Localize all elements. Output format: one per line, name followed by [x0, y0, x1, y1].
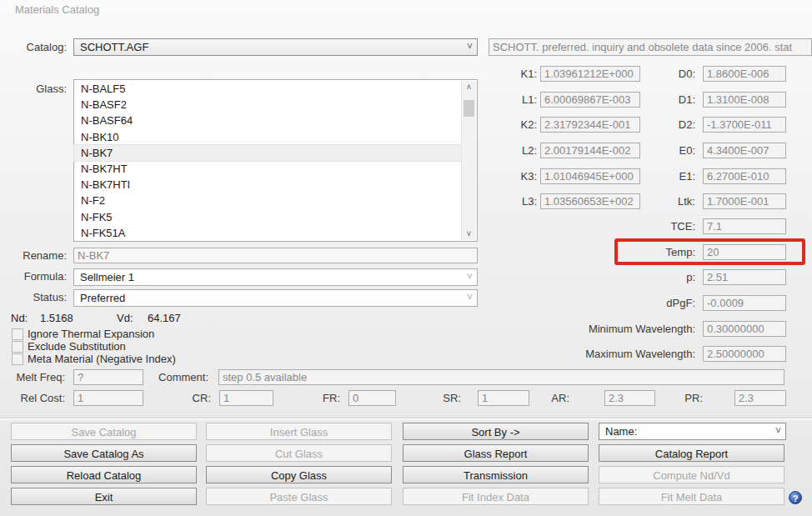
ignore-thermal-expansion-label: Ignore Thermal Expansion: [28, 328, 154, 340]
catalog-description-field[interactable]: SCHOTT. preferred. inquiry and obsolete …: [489, 38, 812, 56]
list-item-selected[interactable]: N-BK7: [74, 145, 462, 161]
list-item[interactable]: N-FK5: [74, 209, 462, 225]
list-item[interactable]: N-FK51A: [74, 225, 462, 241]
meta-material-checkbox[interactable]: [12, 353, 23, 365]
status-select[interactable]: Preferred ˅: [73, 289, 478, 307]
temp-label: Temp:: [617, 246, 695, 258]
list-item[interactable]: N-BASF64: [74, 113, 462, 128]
list-item[interactable]: N-BALF5: [74, 81, 462, 97]
d0-field[interactable]: 1.8600E-006: [703, 66, 786, 82]
exit-button[interactable]: Exit: [11, 488, 197, 505]
sort-by-select[interactable]: Name: ˅: [599, 423, 786, 440]
exclude-substitution-checkbox[interactable]: [12, 341, 23, 353]
save-catalog-as-button[interactable]: Save Catalog As: [11, 444, 197, 462]
help-icon[interactable]: ?: [789, 491, 802, 504]
meta-material-label: Meta Material (Negative Index): [28, 353, 176, 365]
d1-field[interactable]: 1.3100E-008: [703, 92, 786, 108]
list-item[interactable]: N-BK10: [74, 129, 462, 145]
fit-melt-data-button[interactable]: Fit Melt Data: [599, 488, 784, 505]
chevron-down-icon: ˅: [467, 269, 473, 285]
sr-label: SR:: [417, 392, 461, 404]
density-field[interactable]: 2.51: [703, 269, 786, 285]
page-title: Materials Catalog: [15, 3, 99, 16]
list-item[interactable]: N-BASF2: [74, 97, 462, 113]
catalog-report-button[interactable]: Catalog Report: [599, 444, 784, 462]
insert-glass-button[interactable]: Insert Glass: [206, 423, 392, 440]
paste-glass-button[interactable]: Paste Glass: [206, 488, 392, 505]
cr-field[interactable]: 1: [219, 390, 273, 406]
ar-field[interactable]: 2.3: [604, 390, 655, 406]
catalog-label: Catalog:: [0, 41, 67, 53]
d2-label: D2:: [659, 118, 695, 131]
scroll-up-icon[interactable]: ˄: [462, 81, 476, 93]
tce-field[interactable]: 7.1: [703, 218, 786, 234]
nd-value: 1.5168: [40, 312, 73, 324]
k1-label: K1:: [500, 68, 537, 80]
glass-report-button[interactable]: Glass Report: [403, 444, 589, 462]
rel-cost-label: Rel Cost:: [0, 392, 65, 404]
rename-label: Rename:: [0, 249, 67, 262]
catalog-select[interactable]: SCHOTT.AGF ˅: [73, 38, 478, 56]
sort-by-button[interactable]: Sort By ->: [403, 423, 589, 440]
chevron-down-icon: ˅: [467, 290, 473, 306]
sort-by-select-value: Name:: [605, 425, 637, 438]
exclude-substitution-label: Exclude Substitution: [28, 340, 126, 353]
list-item[interactable]: N-BK7HT: [74, 161, 462, 177]
e0-field[interactable]: 4.3400E-007: [703, 143, 786, 158]
reload-catalog-button[interactable]: Reload Catalog: [11, 466, 197, 483]
k3-field[interactable]: 1.01046945E+000: [540, 168, 640, 184]
catalog-select-value: SCHOTT.AGF: [80, 41, 148, 53]
save-catalog-button[interactable]: Save Catalog: [11, 423, 197, 440]
k2-field[interactable]: 2.31792344E-001: [540, 117, 640, 133]
d1-label: D1:: [659, 93, 695, 106]
scrollbar-thumb[interactable]: [464, 100, 474, 117]
d2-field[interactable]: -1.3700E-011: [703, 117, 786, 133]
ar-label: AR:: [525, 392, 569, 404]
max-wavelength-field[interactable]: 2.50000000: [703, 346, 786, 362]
k1-field[interactable]: 1.03961212E+000: [540, 66, 640, 82]
fr-label: FR:: [296, 392, 340, 404]
list-item[interactable]: N-F2: [74, 193, 462, 208]
rename-input[interactable]: N-BK7: [73, 248, 478, 263]
nd-label: Nd:: [11, 312, 28, 324]
l2-field[interactable]: 2.00179144E-002: [540, 143, 640, 158]
ignore-thermal-expansion-checkbox[interactable]: [12, 328, 23, 340]
glass-label: Glass:: [0, 83, 67, 95]
glass-list-scrollbar[interactable]: ˄ ˅: [461, 81, 476, 240]
copy-glass-button[interactable]: Copy Glass: [206, 466, 392, 483]
min-wavelength-field[interactable]: 0.30000000: [703, 321, 786, 337]
fit-index-data-button[interactable]: Fit Index Data: [403, 488, 589, 505]
temp-field[interactable]: 20: [703, 244, 786, 260]
compute-ndvd-button[interactable]: Compute Nd/Vd: [599, 466, 784, 483]
d0-label: D0:: [659, 68, 695, 80]
status-label: Status:: [0, 291, 67, 303]
glass-listbox[interactable]: N-BALF5 N-BASF2 N-BASF64 N-BK10 N-BK7 N-…: [73, 79, 478, 242]
dpgf-field[interactable]: -0.0009: [703, 295, 786, 311]
l2-label: L2:: [500, 144, 537, 157]
l1-field[interactable]: 6.00069867E-003: [540, 92, 640, 108]
ltk-label: Ltk:: [659, 195, 695, 208]
l3-field[interactable]: 1.03560653E+002: [540, 193, 640, 209]
density-label: p:: [617, 271, 695, 283]
cr-label: CR:: [167, 392, 211, 404]
cut-glass-button[interactable]: Cut Glass: [206, 444, 392, 462]
ltk-field[interactable]: 1.7000E-001: [703, 193, 786, 209]
comment-label: Comment:: [133, 371, 208, 383]
max-wavelength-label: Maximum Wavelength:: [517, 348, 695, 360]
chevron-down-icon: ˅: [467, 39, 473, 55]
e1-field[interactable]: 6.2700E-010: [703, 168, 786, 184]
rel-cost-field[interactable]: 1: [73, 390, 143, 406]
fr-field[interactable]: 0: [348, 390, 396, 406]
vd-value: 64.167: [148, 312, 181, 324]
comment-field[interactable]: step 0.5 available: [218, 369, 784, 385]
e1-label: E1:: [659, 170, 695, 183]
scroll-down-icon[interactable]: ˅: [462, 228, 476, 240]
formula-select[interactable]: Sellmeier 1 ˅: [73, 268, 478, 286]
sr-field[interactable]: 1: [478, 390, 529, 406]
list-item[interactable]: N-BK7HTI: [74, 177, 462, 193]
chevron-down-icon: ˅: [775, 423, 781, 439]
pr-field[interactable]: 2.3: [734, 390, 786, 406]
melt-freq-label: Melt Freq:: [0, 371, 65, 383]
transmission-button[interactable]: Transmission: [403, 466, 589, 483]
k3-label: K3:: [500, 170, 537, 183]
